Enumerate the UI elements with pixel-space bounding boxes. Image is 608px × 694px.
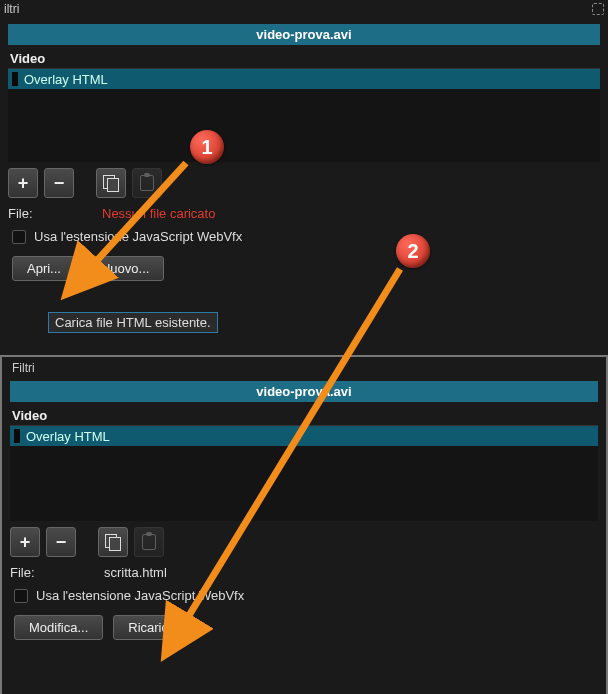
file-row: File: scritta.html [2,563,606,582]
clip-header: video-prova.avi [8,24,600,45]
drag-handle-icon[interactable] [14,429,20,443]
filter-list[interactable]: Overlay HTML [10,425,598,521]
filter-toolbar [2,521,606,563]
filter-item-label: Overlay HTML [24,72,108,87]
annotation-badge-1: 1 [190,130,224,164]
file-buttons-row: Modifica... Ricarica [2,609,606,646]
file-status: Nessun file caricato [102,206,215,221]
minus-icon [54,173,65,194]
remove-filter-button[interactable] [46,527,76,557]
filter-item-overlay-html[interactable]: Overlay HTML [8,69,600,89]
new-button[interactable]: Nuovo... [86,256,164,281]
webvfx-label: Usa l'estensione JavaScript WebVfx [36,588,244,603]
webvfx-checkbox[interactable] [14,589,28,603]
plus-icon [18,173,29,194]
webvfx-row: Usa l'estensione JavaScript WebVfx [0,223,608,250]
paste-filter-button [134,527,164,557]
paste-icon [142,534,156,550]
tooltip: Carica file HTML esistente. [48,312,218,333]
open-button[interactable]: Apri... [12,256,76,281]
file-buttons-row: Apri... Nuovo... [0,250,608,287]
filter-item-overlay-html[interactable]: Overlay HTML [10,426,598,446]
filter-list[interactable]: Overlay HTML [8,68,600,162]
panel-title: iltri [4,2,19,16]
drag-handle-icon[interactable] [12,72,18,86]
reload-button[interactable]: Ricarica [113,615,190,640]
paste-filter-button [132,168,162,198]
track-label: Video [0,49,608,68]
filter-toolbar [0,162,608,204]
filters-panel-top: iltri video-prova.avi Video Overlay HTML… [0,0,608,355]
panel-titlebar: iltri [0,0,608,18]
add-filter-button[interactable] [8,168,38,198]
copy-icon [103,175,119,191]
panel-title: Filtri [12,361,35,375]
add-filter-button[interactable] [10,527,40,557]
paste-icon [140,175,154,191]
file-label: File: [8,206,38,221]
undock-icon[interactable] [592,3,604,15]
filter-item-label: Overlay HTML [26,429,110,444]
copy-icon [105,534,121,550]
file-row: File: Nessun file caricato [0,204,608,223]
minus-icon [56,532,67,553]
copy-filter-button[interactable] [96,168,126,198]
panel-titlebar: Filtri [2,357,606,375]
edit-button[interactable]: Modifica... [14,615,103,640]
file-status: scritta.html [104,565,167,580]
clip-header: video-prova.avi [10,381,598,402]
remove-filter-button[interactable] [44,168,74,198]
file-label: File: [10,565,40,580]
copy-filter-button[interactable] [98,527,128,557]
track-label: Video [2,406,606,425]
annotation-badge-2: 2 [396,234,430,268]
webvfx-row: Usa l'estensione JavaScript WebVfx [2,582,606,609]
filters-panel-bottom: Filtri video-prova.avi Video Overlay HTM… [0,355,608,694]
webvfx-label: Usa l'estensione JavaScript WebVfx [34,229,242,244]
plus-icon [20,532,31,553]
webvfx-checkbox[interactable] [12,230,26,244]
